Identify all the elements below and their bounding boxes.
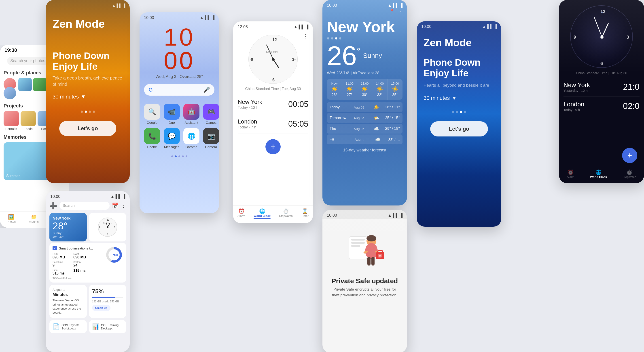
nav-timer[interactable]: ⌛Timer <box>301 208 308 219</box>
daily-forecast: Today Aug 03 ☀️ 26° / 11° Tomorrow Aug 0… <box>327 102 402 144</box>
nav-stopwatch[interactable]: ⏱️Stopwatch <box>279 208 293 219</box>
dark-clock-container: 12 3 6 9 <box>559 0 644 70</box>
note-date: August 1 <box>52 288 84 292</box>
status-bar: 12:05 ▲ ▌▌ ▐ <box>233 21 313 30</box>
forecast-link[interactable]: 15-day weather forecast <box>322 144 407 156</box>
ram-total: 898 MB <box>73 255 93 259</box>
nav-alarm[interactable]: ⏰Alarm <box>238 208 245 219</box>
calendar-icon[interactable]: 📅 <box>112 202 118 209</box>
person-group-1[interactable] <box>4 78 16 99</box>
zen-blue-lets-go-button[interactable]: Let's go <box>430 121 488 137</box>
google-search[interactable]: G 🎤 <box>144 84 214 96</box>
city-name: New York <box>238 99 262 105</box>
clean-up-button[interactable]: Clean up <box>92 305 111 311</box>
city-time: 05:05 <box>288 119 308 129</box>
clock-item-newyork: New York Today · 12 h 00:05 <box>238 94 308 114</box>
status-icons: ▲ ▌▌ ▐ <box>294 24 308 29</box>
day-today: Today Aug 03 ☀️ 26° / 11° <box>327 102 402 112</box>
note-widget: August 1 Minutes The new OxygenOS brings… <box>50 285 87 318</box>
status-icons: ▲ ▌▌ ▐ <box>112 3 125 7</box>
clock-subtitle: China Standard Time | Tue, Aug 30 <box>233 86 313 94</box>
location-icon[interactable]: 📍 <box>389 9 395 14</box>
time-display: 12:05 <box>238 24 248 29</box>
phone-zen-blue: 10:00 ▲ ▌▌ ▐ Zen Mode Phone DownEnjoy Li… <box>417 21 501 227</box>
hour-display: 10 <box>164 25 194 49</box>
city-time: 00:05 <box>288 100 308 109</box>
zen-subtitle: Phone DownEnjoy Life <box>46 33 130 75</box>
svg-text:3: 3 <box>114 226 115 228</box>
dark-city-name: London <box>564 101 584 108</box>
weather-widget: New York 28° Sunny 29° / 20° <box>50 213 87 241</box>
app-phone[interactable]: 📞 Phone <box>144 128 160 149</box>
project-portraits[interactable]: Portraits <box>4 111 19 131</box>
action-add[interactable]: ➕ <box>50 202 57 209</box>
app-games[interactable]: 🎮 Games <box>203 104 219 124</box>
bottom-widget-row: August 1 Minutes The new OxygenOS brings… <box>46 285 130 320</box>
world-clock-list: New York Today · 12 h 00:05 London Today… <box>233 94 313 134</box>
dark-clock-subtitle: China Standard Time | Tue Aug 30 <box>559 70 644 77</box>
phone-zen: ▲ ▌▌ ▐ Zen Mode Phone DownEnjoy Life Tak… <box>46 0 130 183</box>
dark-clock-newyork: New York Yesterday · 12 h 21:0 <box>564 77 640 97</box>
svg-text:12: 12 <box>272 37 277 42</box>
status-icons: ▲ ▌▌ ▐ <box>482 24 497 29</box>
time-display-big: 10 00 <box>140 21 219 72</box>
app-duo[interactable]: 📹 Duo <box>164 104 180 124</box>
svg-text:6: 6 <box>107 233 108 235</box>
add-city-button[interactable]: + <box>266 139 281 154</box>
more-icon[interactable]: ⋮ <box>398 9 402 14</box>
zen-blue-timer[interactable]: 30 minutes ▼ <box>417 90 501 107</box>
ram-used: 898 MB <box>52 255 72 259</box>
app-google[interactable]: 🔍 Google <box>144 104 160 124</box>
app-assistant[interactable]: 🤖 Assistant <box>183 104 200 124</box>
svg-text:6: 6 <box>272 78 274 82</box>
zen-timer[interactable]: 30 minutes ▼ <box>46 87 130 106</box>
app-camera[interactable]: 📷 Camera <box>203 128 219 149</box>
temperature: 26 <box>327 42 357 69</box>
nav-albums[interactable]: 📁Albums <box>29 214 39 223</box>
zen-blue-dots <box>417 107 501 118</box>
widget-city: New York <box>52 216 84 221</box>
storage-widget: 75% 192 GB used / 256 GB Clean up <box>89 285 126 318</box>
file-keynote[interactable]: 📄 OOS Keynote Script.docx <box>50 320 87 333</box>
time-display: 19:30 <box>4 47 17 53</box>
minute-display: 00 <box>164 49 194 72</box>
svg-point-6 <box>272 58 274 61</box>
app-grid: 🔍 Google 📹 Duo 🤖 Assistant 🎮 Games 📞 Pho… <box>140 99 219 153</box>
zen-blue-title: Zen Mode <box>417 30 501 50</box>
status-bar: 10:00 ▲ ▌▌ ▐ <box>46 191 130 200</box>
app-messages[interactable]: 💬 Messages <box>164 128 180 149</box>
dark-nav-alarm[interactable]: ⏰Alarm <box>567 170 574 179</box>
svg-text:New York: New York <box>266 50 278 53</box>
phone-home-screen: 10:00 ▲ ▌▌ ▐ 10 00 Wed, Aug 3 Overcast 2… <box>140 12 219 213</box>
app-chrome[interactable]: 🌐 Chrome <box>183 128 200 149</box>
svg-text:9: 9 <box>251 57 253 62</box>
mic-icon[interactable]: 🎤 <box>203 87 210 93</box>
page-dots <box>140 153 219 160</box>
project-foods[interactable]: Foods <box>20 111 36 131</box>
search-input[interactable]: Search <box>60 202 110 210</box>
dark-world-clock-list: New York Yesterday · 12 h 21:0 London To… <box>559 77 644 116</box>
donut-chart: 75% <box>105 246 123 264</box>
svg-rect-21 <box>368 257 370 266</box>
city-day: Today · 12 h <box>238 105 262 110</box>
lets-go-button[interactable]: Let's go <box>59 121 116 136</box>
more-icon[interactable]: ⋮ <box>121 202 126 209</box>
nav-world-clock[interactable]: 🌐World Clock <box>254 208 270 219</box>
analog-clock: 12 3 6 9 New York <box>248 35 298 84</box>
note-body: The new OxygenOS brings an upgraded expe… <box>52 298 84 315</box>
more-menu-icon[interactable]: ⋮ <box>303 33 308 39</box>
dark-nav-stopwatch[interactable]: ⏱️Stopwatch <box>622 170 636 179</box>
storage-pct: 75% <box>92 288 123 295</box>
zen-title: Zen Mode <box>46 8 130 33</box>
storage-bar-bg <box>92 297 123 298</box>
optimization-widget: ✓ Smart optimizations t... ROM 898 MB RA… <box>50 243 126 283</box>
zen-blue-subtitle: Phone DownEnjoy Life <box>417 50 501 81</box>
file-training[interactable]: 📊 OOS Training Deck.ppt <box>89 320 126 333</box>
svg-point-26 <box>379 255 381 257</box>
dark-add-button[interactable]: + <box>622 148 637 163</box>
widget-temp: 28° <box>52 221 84 231</box>
phone-dashboard: 10:00 ▲ ▌▌ ▐ ➕ Search 📅 ⋮ New York 28° S… <box>46 191 130 352</box>
safe-title: Private Safe updated <box>322 275 407 287</box>
dark-nav-world-clock[interactable]: 🌐World Clock <box>590 170 607 179</box>
nav-photos[interactable]: 🖼️Photos <box>7 214 16 223</box>
